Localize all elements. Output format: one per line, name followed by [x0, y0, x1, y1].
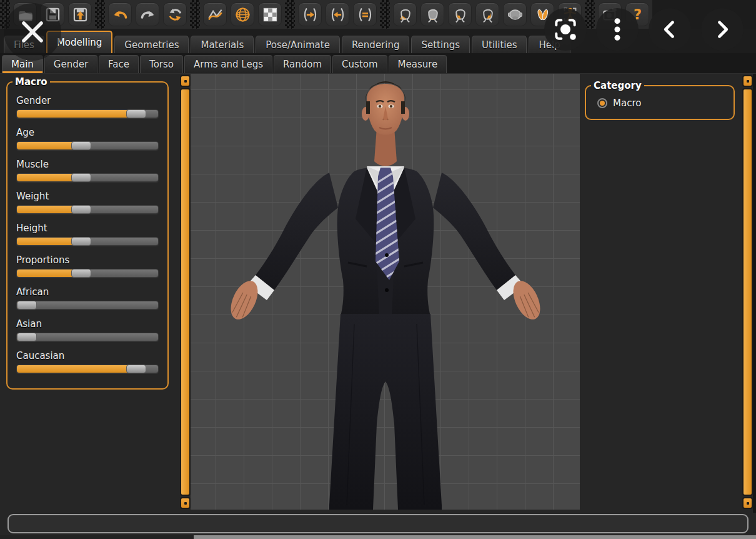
reset-button[interactable]: [163, 3, 187, 26]
head-left-view-button[interactable]: [448, 3, 472, 26]
face-compare-icon: [357, 6, 374, 23]
slider-handle-weight[interactable]: [71, 205, 91, 214]
category-panel-title: Category: [591, 80, 644, 91]
close-overlay-button[interactable]: [4, 3, 61, 61]
right-panel-scrollbar[interactable]: [742, 75, 753, 509]
head-top-view-icon: [507, 6, 524, 23]
content-area: Macro GenderAgeMuscleWeightHeightProport…: [0, 74, 756, 513]
tab-utilities[interactable]: Utilities: [472, 36, 527, 53]
tab-geometries[interactable]: Geometries: [114, 36, 189, 53]
makehuman-window: ? FilesModellingGeometriesMaterialsPose/…: [0, 0, 756, 539]
radio-selected-icon[interactable]: [597, 98, 607, 108]
subtab-custom[interactable]: Custom: [332, 55, 387, 73]
screenshot-overlay-button[interactable]: [544, 8, 587, 51]
background-checker-button[interactable]: [258, 3, 282, 26]
head-top-view-button[interactable]: [503, 3, 527, 26]
scroll-down-button[interactable]: [180, 497, 191, 509]
head-left-view-icon: [452, 6, 469, 23]
slider-track-caucasian[interactable]: [16, 365, 159, 373]
subtab-gender[interactable]: Gender: [44, 55, 97, 73]
smooth-curve-button[interactable]: [203, 3, 227, 26]
head-front-view-button[interactable]: [393, 3, 417, 26]
category-option-macro[interactable]: Macro: [591, 95, 729, 113]
progress-bar: [7, 514, 749, 533]
scroll-up-button[interactable]: [742, 75, 753, 87]
reset-icon: [167, 6, 184, 23]
slider-label-caucasian: Caucasian: [16, 350, 159, 361]
subtab-face[interactable]: Face: [99, 55, 139, 73]
slider-label-age: Age: [16, 127, 159, 138]
tab-materials[interactable]: Materials: [191, 36, 254, 53]
toolbar-separator: [95, 0, 105, 29]
slider-weight: Weight: [16, 191, 159, 214]
slider-label-weight: Weight: [16, 191, 159, 202]
kebab-menu-icon: [605, 17, 630, 42]
subtab-torso[interactable]: Torso: [140, 55, 183, 73]
scrollbar-thumb[interactable]: [180, 88, 191, 496]
subtab-measure[interactable]: Measure: [389, 55, 447, 73]
wireframe-sphere-button[interactable]: [231, 3, 254, 26]
slider-handle-muscle[interactable]: [71, 173, 91, 182]
chevron-left-icon: [659, 19, 680, 40]
scrollbar-thumb[interactable]: [742, 88, 753, 496]
redo-button[interactable]: [136, 3, 159, 26]
face-previous-icon: [329, 6, 346, 23]
window-bottom-edge: [0, 535, 756, 539]
redo-icon: [139, 6, 156, 23]
slider-proportions: Proportions: [16, 254, 159, 278]
slider-handle-age[interactable]: [71, 141, 91, 150]
slider-african: African: [16, 286, 159, 310]
undo-icon: [112, 6, 129, 23]
head-back-view-button[interactable]: [420, 3, 444, 26]
chevron-right-icon: [712, 19, 733, 40]
slider-muscle: Muscle: [16, 159, 159, 182]
more-options-overlay-button[interactable]: [596, 8, 639, 51]
sub-tabbar: MainGenderFaceTorsoArms and LegsRandomCu…: [0, 53, 756, 74]
scroll-down-button[interactable]: [742, 497, 753, 509]
slider-track-height[interactable]: [16, 237, 159, 246]
export-button[interactable]: [68, 3, 92, 26]
slider-label-gender: Gender: [16, 95, 159, 106]
tab-pose-animate[interactable]: Pose/Animate: [256, 36, 340, 53]
viewport-3d[interactable]: [191, 74, 580, 510]
wireframe-sphere-icon: [234, 6, 251, 23]
slider-handle-caucasian[interactable]: [126, 365, 146, 373]
head-right-view-icon: [479, 6, 496, 23]
face-next-button[interactable]: [298, 3, 322, 26]
head-front-view-icon: [397, 6, 414, 23]
subtab-arms-and-legs[interactable]: Arms and Legs: [184, 55, 272, 73]
slider-handle-proportions[interactable]: [71, 269, 91, 278]
nav-back-overlay-button[interactable]: [649, 8, 691, 51]
left-panel: Macro GenderAgeMuscleWeightHeightProport…: [0, 74, 180, 513]
undo-button[interactable]: [108, 3, 132, 26]
slider-track-weight[interactable]: [16, 205, 159, 214]
left-panel-scrollbar[interactable]: [180, 75, 191, 509]
close-icon: [19, 18, 46, 46]
slider-track-african[interactable]: [16, 301, 159, 310]
subtab-random[interactable]: Random: [274, 55, 331, 73]
head-back-view-icon: [424, 6, 441, 23]
slider-fill: [17, 365, 136, 373]
category-option-label: Macro: [613, 98, 641, 109]
head-right-view-button[interactable]: [475, 3, 499, 26]
slider-handle-african[interactable]: [17, 301, 37, 310]
scroll-up-button[interactable]: [180, 75, 191, 87]
slider-fill: [17, 110, 136, 118]
human-model-figure: [191, 74, 580, 510]
slider-handle-height[interactable]: [71, 237, 91, 246]
slider-track-gender[interactable]: [16, 109, 159, 118]
slider-handle-asian[interactable]: [17, 333, 37, 341]
slider-track-muscle[interactable]: [16, 173, 159, 182]
background-checker-icon: [262, 6, 279, 23]
slider-handle-gender[interactable]: [126, 109, 146, 118]
face-compare-button[interactable]: [353, 3, 377, 26]
tab-settings[interactable]: Settings: [411, 36, 470, 53]
slider-track-age[interactable]: [16, 141, 159, 150]
slider-track-proportions[interactable]: [16, 269, 159, 278]
macro-panel: Macro GenderAgeMuscleWeightHeightProport…: [6, 76, 169, 390]
slider-track-asian[interactable]: [16, 333, 159, 341]
tab-rendering[interactable]: Rendering: [342, 36, 410, 53]
face-previous-button[interactable]: [326, 3, 349, 26]
nav-forward-overlay-button[interactable]: [701, 8, 744, 51]
screenshot-icon: [553, 17, 578, 42]
